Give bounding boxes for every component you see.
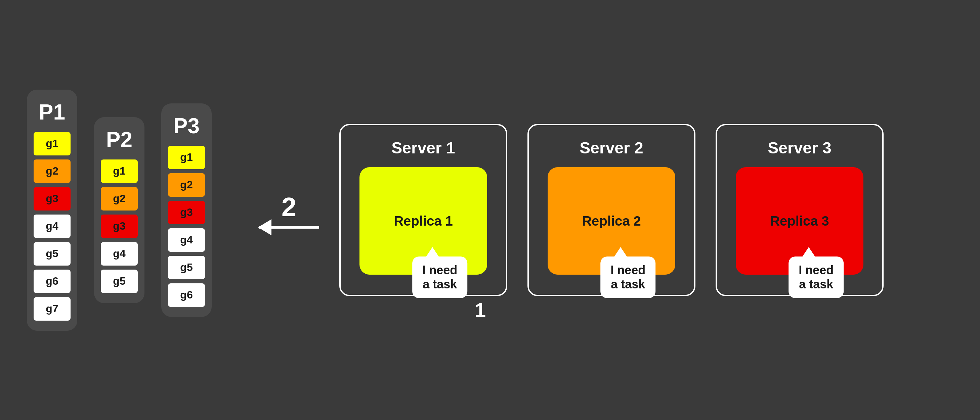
p3-task-g2: g2 (168, 173, 205, 197)
p1-task-g3: g3 (33, 187, 70, 211)
step-number-1: 1 (475, 298, 486, 322)
process-p2: P2 g1 g2 g3 g4 g5 (94, 117, 145, 303)
arrow-section: 2 (259, 192, 319, 229)
process-p3: P3 g1 g2 g3 g4 g5 g6 (161, 103, 212, 317)
server-1-speech-bubble: I needa task (412, 257, 467, 298)
arrow-number: 2 (282, 192, 297, 223)
p1-task-g6: g6 (33, 269, 70, 293)
p1-title: P1 (39, 100, 65, 125)
process-p1: P1 g1 g2 g3 g4 g5 g6 g7 (27, 90, 77, 331)
server-3-box: Server 3 Replica 3 I needa task (716, 124, 884, 296)
p2-task-g1: g1 (101, 160, 138, 183)
server-3-speech-bubble: I needa task (789, 257, 843, 298)
server-2-box: Server 2 Replica 2 I needa task (527, 124, 695, 296)
p1-task-g4: g4 (33, 214, 70, 238)
p1-task-g5: g5 (33, 242, 70, 266)
p1-task-g7: g7 (33, 297, 70, 321)
p2-task-g2: g2 (101, 187, 138, 211)
p2-task-g5: g5 (101, 269, 138, 293)
arrow-left (259, 226, 319, 229)
p3-task-g5: g5 (168, 256, 205, 279)
processes-section: P1 g1 g2 g3 g4 g5 g6 g7 P2 g1 g2 g3 g4 g… (27, 90, 212, 331)
p2-title: P2 (106, 127, 132, 152)
p2-task-g4: g4 (101, 242, 138, 266)
p3-task-g6: g6 (168, 283, 205, 307)
p3-title: P3 (173, 114, 200, 138)
p3-task-g3: g3 (168, 201, 205, 224)
p2-task-g3: g3 (101, 214, 138, 238)
server-3-speech-wrapper: I needa task (789, 257, 843, 298)
p1-task-g1: g1 (33, 132, 70, 155)
server-2-speech-bubble: I needa task (600, 257, 655, 298)
p1-task-g2: g2 (33, 160, 70, 183)
server-1-speech-wrapper: I needa task (412, 257, 467, 298)
server-2-title: Server 2 (579, 139, 643, 157)
main-container: P1 g1 g2 g3 g4 g5 g6 g7 P2 g1 g2 g3 g4 g… (0, 0, 980, 420)
server-1-box: Server 1 Replica 1 I needa task 1 (339, 124, 507, 296)
p3-task-g4: g4 (168, 228, 205, 252)
server-2-speech-wrapper: I needa task (600, 257, 655, 298)
servers-section: Server 1 Replica 1 I needa task 1 Server… (339, 124, 953, 296)
p3-task-g1: g1 (168, 146, 205, 169)
server-1-title: Server 1 (391, 139, 455, 157)
server-3-title: Server 3 (768, 139, 832, 157)
